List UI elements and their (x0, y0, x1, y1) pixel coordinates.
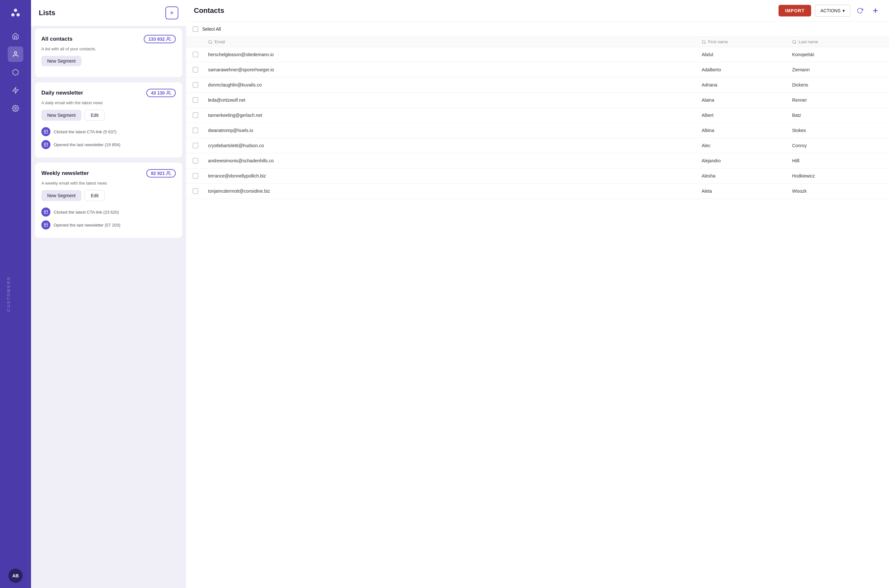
svg-point-25 (702, 40, 705, 43)
row-checkbox-3[interactable] (193, 97, 199, 103)
table-row[interactable]: tonjamcdermott@considine.biz Aleta Wisoz… (186, 184, 889, 199)
segment-icon-weekly-1 (41, 207, 50, 216)
cell-email-1: samarawehner@sporerhoeger.io (208, 67, 702, 72)
contacts-table: Select All Email First name (186, 22, 889, 588)
cell-email-8: terrance@donnellypollich.biz (208, 173, 702, 178)
row-checkbox-0[interactable] (193, 52, 199, 57)
new-segment-button-daily[interactable]: New Segment (41, 110, 81, 121)
table-row[interactable]: herschelgleason@stiedemann.io Abdul Kono… (186, 47, 889, 62)
cell-last-name-3: Renner (792, 98, 883, 103)
add-list-button[interactable]: + (165, 6, 178, 20)
row-checkbox-1[interactable] (193, 67, 199, 73)
svg-marker-4 (13, 87, 18, 93)
list-card-header-daily: Daily newsletter 43 130 (41, 89, 176, 97)
svg-rect-8 (44, 130, 48, 134)
cell-first-name-8: Alesha (702, 173, 792, 178)
cell-email-5: dwanatromp@huels.io (208, 128, 702, 133)
nav-logo (8, 5, 23, 21)
segment-item-daily-1[interactable]: Clicked the latest CTA link (5 637) (41, 125, 176, 138)
cell-last-name-1: Ziemann (792, 67, 883, 72)
list-desc-weekly: A weekly email with the latest news (41, 181, 176, 186)
nav-item-products[interactable] (8, 64, 23, 80)
count-badge-daily: 43 130 (146, 89, 176, 97)
new-segment-button-weekly[interactable]: New Segment (41, 190, 81, 201)
table-row[interactable]: andrewsimonis@schadenhills.co Alejandro … (186, 153, 889, 168)
svg-point-27 (793, 40, 796, 43)
nav-item-contacts[interactable] (8, 46, 23, 62)
add-contact-button[interactable] (869, 5, 881, 16)
cell-last-name-0: Konopelski (792, 52, 883, 57)
new-segment-button-all[interactable]: New Segment (41, 56, 81, 66)
row-checkbox-4[interactable] (193, 112, 199, 118)
cell-first-name-6: Alec (702, 143, 792, 148)
lists-title: Lists (39, 9, 55, 17)
table-row[interactable]: terrance@donnellypollich.biz Alesha Hodk… (186, 168, 889, 184)
list-card-actions-weekly: New Segment Edit (41, 190, 176, 201)
svg-point-14 (167, 171, 168, 173)
edit-button-daily[interactable]: Edit (85, 110, 105, 121)
table-rows-container: herschelgleason@stiedemann.io Abdul Kono… (186, 47, 889, 199)
cell-first-name-3: Alaina (702, 98, 792, 103)
count-badge-all: 133 832 (144, 35, 176, 43)
cell-first-name-1: Adalberto (702, 67, 792, 72)
nav-bottom: CUSTOMERS AB (8, 568, 23, 583)
cell-last-name-9: Wisozk (792, 189, 883, 194)
table-row[interactable]: dwanatromp@huels.io Albina Stokes (186, 123, 889, 138)
segment-item-daily-2[interactable]: Opened the last newsletter (19 854) (41, 138, 176, 151)
svg-point-2 (17, 13, 20, 16)
select-all-checkbox[interactable] (193, 26, 199, 32)
svg-point-1 (11, 13, 15, 16)
svg-line-24 (211, 43, 212, 44)
row-checkbox-9[interactable] (193, 188, 199, 194)
nav-item-home[interactable] (8, 28, 23, 44)
cell-email-7: andrewsimonis@schadenhills.co (208, 158, 702, 163)
list-card-header: All contacts 133 832 (41, 35, 176, 43)
table-row[interactable]: samarawehner@sporerhoeger.io Adalberto Z… (186, 62, 889, 78)
row-checkbox-8[interactable] (193, 173, 199, 179)
list-card-header-weekly: Weekly newsletter 82 921 (41, 169, 176, 177)
cell-email-3: leda@ortizwolf.net (208, 98, 702, 103)
row-checkbox-6[interactable] (193, 142, 199, 148)
segment-item-weekly-1[interactable]: Clicked the latest CTA link (23 620) (41, 206, 176, 219)
row-checkbox-5[interactable] (193, 128, 199, 133)
customers-label: CUSTOMERS (6, 276, 11, 312)
refresh-button[interactable] (854, 5, 866, 16)
cell-email-4: tannerkeeling@gerlach.net (208, 112, 702, 118)
row-checkbox-7[interactable] (193, 158, 199, 164)
segment-item-weekly-2[interactable]: Opened the last newsletter (57 203) (41, 219, 176, 231)
contacts-header: Contacts IMPORT ACTIONS ▾ (186, 0, 889, 22)
svg-point-3 (14, 52, 17, 54)
cell-email-9: tonjamcdermott@considine.biz (208, 189, 702, 194)
nav-item-settings[interactable] (8, 101, 23, 116)
segment-icon-daily-1 (41, 127, 50, 136)
list-card-weekly: Weekly newsletter 82 921 A weekly email … (35, 163, 182, 238)
list-card-actions: New Segment (41, 56, 176, 66)
svg-point-23 (209, 40, 212, 43)
svg-rect-15 (44, 210, 48, 214)
edit-button-weekly[interactable]: Edit (85, 190, 105, 201)
col-header-first-name[interactable]: First name (702, 39, 792, 44)
actions-button[interactable]: ACTIONS ▾ (815, 4, 850, 17)
contacts-title: Contacts (194, 6, 224, 15)
cell-last-name-8: Hodkiewicz (792, 173, 883, 178)
import-button[interactable]: IMPORT (779, 5, 811, 16)
row-checkbox-2[interactable] (193, 82, 199, 88)
col-header-last-name[interactable]: Last name (792, 39, 883, 44)
list-card-all-contacts: All contacts 133 832 A list with all of … (35, 28, 182, 77)
col-header-email[interactable]: Email (208, 39, 702, 44)
cell-first-name-0: Abdul (702, 52, 792, 57)
table-row[interactable]: tannerkeeling@gerlach.net Albert Batz (186, 108, 889, 123)
cell-first-name-7: Alejandro (702, 158, 792, 163)
table-row[interactable]: donmclaughlin@kuvalis.co Adriana Dickens (186, 78, 889, 93)
table-row[interactable]: crystlebartoletti@hudson.co Alec Conroy (186, 138, 889, 153)
svg-rect-11 (44, 143, 48, 147)
avatar[interactable]: AB (8, 568, 23, 583)
contacts-panel: Contacts IMPORT ACTIONS ▾ (186, 0, 889, 588)
nav-item-automation[interactable] (8, 82, 23, 98)
segment-label-daily-1: Clicked the latest CTA link (5 637) (54, 129, 117, 134)
segment-label-weekly-2: Opened the last newsletter (57 203) (54, 223, 120, 228)
cell-last-name-5: Stokes (792, 128, 883, 133)
table-row[interactable]: leda@ortizwolf.net Alaina Renner (186, 93, 889, 108)
segment-icon-weekly-2 (41, 220, 50, 230)
nav-sidebar: CUSTOMERS AB (0, 0, 31, 588)
